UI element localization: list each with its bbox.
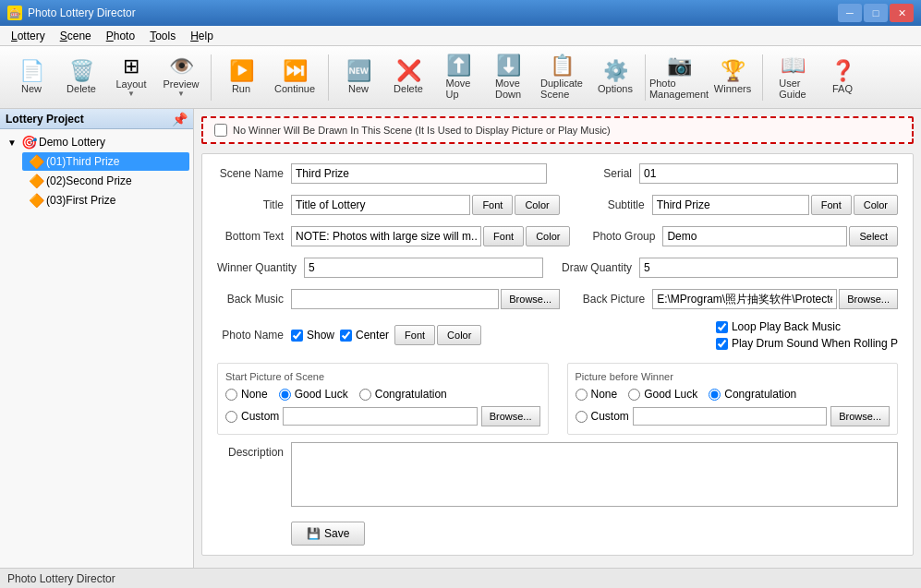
pre-winner-none-radio[interactable]	[576, 389, 588, 401]
continue-icon: ⏭️	[283, 61, 308, 81]
back-picture-row: Back Picture Browse...	[578, 289, 898, 309]
back-picture-input[interactable]	[652, 289, 837, 309]
start-pic-good-luck-radio[interactable]	[279, 389, 291, 401]
toolbar-photo-mgmt-btn[interactable]: 📷 PhotoManagement	[651, 51, 707, 104]
tree-item-first-prize[interactable]: 🔶 (03)First Prize	[22, 191, 189, 210]
pre-winner-custom-input[interactable]	[633, 407, 827, 426]
pre-winner-browse-btn[interactable]: Browse...	[830, 406, 890, 426]
tree-item-third-prize[interactable]: 🔶 (01)Third Prize	[22, 152, 189, 171]
pre-winner-congratulation-label[interactable]: Congratulation	[709, 388, 796, 401]
toolbar-user-guide-btn[interactable]: 📖 UserGuide	[769, 51, 817, 104]
preview-dropdown-icon: ▼	[177, 90, 185, 98]
user-guide-label: UserGuide	[779, 78, 806, 100]
photo-name-label: Photo Name	[217, 329, 291, 342]
photo-group-select-btn[interactable]: Select	[849, 226, 898, 246]
description-textarea[interactable]	[291, 442, 898, 507]
draw-qty-input[interactable]	[639, 258, 898, 278]
photo-name-show-checkbox[interactable]	[291, 330, 303, 342]
title-color-btn[interactable]: Color	[515, 195, 559, 215]
bottom-color-btn[interactable]: Color	[526, 226, 570, 246]
photo-name-font-btn[interactable]: Font	[394, 325, 435, 345]
menu-tools[interactable]: Tools	[142, 28, 183, 44]
save-button[interactable]: 💾 Save	[291, 522, 365, 546]
toolbar-move-up-btn[interactable]: ⬆️ MoveUp	[434, 51, 482, 104]
minimize-button[interactable]: ─	[838, 4, 862, 22]
tree-toggle-icon[interactable]: ▼	[7, 138, 18, 148]
scene-delete-label: Delete	[394, 83, 423, 94]
winners-label: Winners	[714, 83, 751, 94]
back-music-input[interactable]	[291, 289, 499, 309]
loop-play-checkbox[interactable]	[716, 321, 728, 333]
toolbar-continue-btn[interactable]: ⏭️ Continue	[267, 51, 322, 104]
subtitle-input[interactable]	[652, 195, 809, 215]
pre-winner-none-label[interactable]: None	[576, 388, 618, 401]
pre-winner-none-text: None	[591, 388, 618, 401]
app-icon: 🎰	[7, 6, 22, 20]
toolbar-sep-3	[645, 54, 646, 101]
photo-group-input[interactable]	[662, 226, 847, 246]
toolbar-layout-btn[interactable]: ⊞ Layout ▼	[107, 51, 155, 104]
start-pic-good-luck-label[interactable]: Good Luck	[279, 388, 348, 401]
start-pic-browse-btn[interactable]: Browse...	[481, 406, 540, 426]
pre-winner-custom-radio[interactable]	[576, 411, 588, 423]
pre-winner-good-luck-radio[interactable]	[628, 389, 640, 401]
row-qty: Winner Quantity Draw Quantity	[217, 258, 898, 283]
tree-children: 🔶 (01)Third Prize 🔶 (02)Second Prize 🔶 (…	[22, 152, 189, 210]
back-picture-browse-btn[interactable]: Browse...	[839, 289, 898, 309]
tree-label-third: (01)Third Prize	[46, 155, 119, 168]
toolbar-scene-delete-btn[interactable]: ❌ Delete	[384, 51, 432, 104]
title-font-btn[interactable]: Font	[472, 195, 513, 215]
left-panel: Lottery Project 📌 ▼ 🎯 Demo Lottery 🔶 (01…	[0, 109, 194, 568]
toolbar-duplicate-btn[interactable]: 📋 DuplicateScene	[534, 51, 589, 104]
toolbar-winners-btn[interactable]: 🏆 Winners	[709, 51, 757, 104]
start-pic-custom-input[interactable]	[283, 407, 477, 426]
scene-name-input[interactable]	[291, 163, 547, 184]
tree-root[interactable]: ▼ 🎯 Demo Lottery	[4, 133, 189, 151]
menu-help[interactable]: Help	[183, 28, 221, 44]
maximize-button[interactable]: □	[864, 4, 888, 22]
pre-winner-custom-label[interactable]: Custom	[576, 410, 629, 423]
tree-item-second-prize[interactable]: 🔶 (02)Second Prize	[22, 172, 189, 190]
start-pic-congratulation-label[interactable]: Congratulation	[359, 388, 447, 401]
toolbar-faq-btn[interactable]: ❓ FAQ	[818, 51, 866, 104]
toolbar-scene-new-btn[interactable]: 🆕 New	[334, 51, 382, 104]
toolbar-options-btn[interactable]: ⚙️ Options	[591, 51, 639, 104]
close-button[interactable]: ✕	[890, 4, 914, 22]
subtitle-color-btn[interactable]: Color	[854, 195, 898, 215]
start-pic-custom-radio[interactable]	[225, 411, 237, 423]
subtitle-font-btn[interactable]: Font	[811, 195, 852, 215]
loop-drum-row: Loop Play Back Music Play Drum Sound Whe…	[716, 320, 898, 350]
delete-icon: 🗑️	[69, 61, 94, 81]
lottery-icon: 🎯	[21, 135, 36, 150]
toolbar-run-btn[interactable]: ▶️ Run	[217, 51, 265, 104]
toolbar-new-btn[interactable]: 📄 New	[7, 51, 55, 104]
title-input[interactable]	[291, 195, 470, 215]
menu-lottery[interactable]: Lottery	[4, 28, 53, 44]
serial-input[interactable]	[639, 163, 898, 184]
play-drum-checkbox[interactable]	[716, 338, 728, 350]
notice-checkbox[interactable]	[214, 124, 227, 137]
start-pic-none-label[interactable]: None	[225, 388, 268, 401]
toolbar-move-down-btn[interactable]: ⬇️ MoveDown	[484, 51, 532, 104]
menu-photo[interactable]: Photo	[99, 28, 142, 44]
back-music-browse-btn[interactable]: Browse...	[501, 289, 560, 309]
pre-winner-section: Picture before Winner None Good Luck	[567, 363, 899, 435]
pre-winner-custom-row: Custom Browse...	[576, 406, 891, 426]
bottom-font-btn[interactable]: Font	[483, 226, 524, 246]
start-pic-congratulation-radio[interactable]	[359, 389, 371, 401]
start-pic-none-radio[interactable]	[225, 389, 237, 401]
pre-winner-congratulation-radio[interactable]	[709, 389, 721, 401]
toolbar-delete-btn[interactable]: 🗑️ Delete	[57, 51, 105, 104]
start-pic-custom-label[interactable]: Custom	[225, 410, 279, 423]
menu-scene[interactable]: Scene	[53, 28, 99, 44]
winner-qty-input[interactable]	[304, 258, 543, 278]
start-pic-custom-row: Custom Browse...	[225, 406, 540, 426]
toolbar-preview-btn[interactable]: 👁️ Preview ▼	[157, 51, 205, 104]
photo-name-color-btn[interactable]: Color	[437, 325, 481, 345]
tree-label-first: (03)First Prize	[46, 194, 115, 207]
photo-name-center-checkbox[interactable]	[340, 330, 352, 342]
row-bottom-photogroup: Bottom Text Font Color Photo Group Selec…	[217, 226, 898, 252]
bottom-text-input[interactable]	[291, 226, 481, 246]
panel-pin-icon[interactable]: 📌	[172, 112, 188, 126]
pre-winner-good-luck-label[interactable]: Good Luck	[628, 388, 697, 401]
